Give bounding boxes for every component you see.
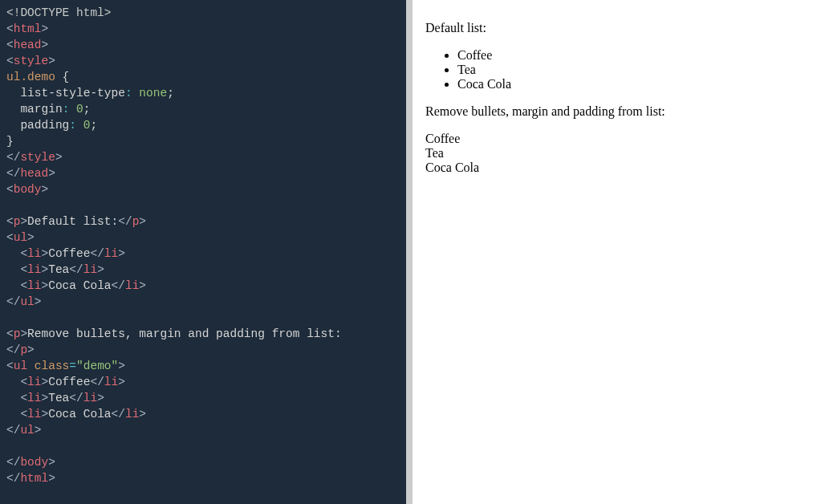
code-text: Default list: xyxy=(27,215,118,228)
preview-heading-default: Default list: xyxy=(425,21,800,35)
list-item: Tea xyxy=(425,146,800,161)
code-css-prop: list-style-type xyxy=(6,87,125,100)
list-item: Coffee xyxy=(457,48,800,63)
code-tag-head: head xyxy=(14,39,42,51)
preview-panel: Default list: Coffee Tea Coca Cola Remov… xyxy=(406,0,813,504)
code-css-value: 0 xyxy=(76,119,90,132)
code-tag-li: li xyxy=(27,247,41,260)
code-doctype: <!DOCTYPE html> xyxy=(6,6,112,19)
preview-list-default: Coffee Tea Coca Cola xyxy=(425,48,800,91)
list-item: Coca Cola xyxy=(425,161,800,175)
code-attr-value: "demo" xyxy=(76,360,118,372)
code-text: Tea xyxy=(48,263,69,276)
code-css-value: 0 xyxy=(69,103,83,116)
code-tag-body: body xyxy=(14,183,42,196)
code-css-prop: padding xyxy=(6,119,69,132)
code-css-value: none xyxy=(132,87,168,100)
list-item: Coffee xyxy=(425,132,800,146)
list-item: Tea xyxy=(457,63,800,77)
code-tag-style: style xyxy=(14,55,49,67)
code-tag-style-close: style xyxy=(20,151,55,164)
code-tag-body-close: body xyxy=(20,456,48,469)
code-css-class: .demo xyxy=(20,71,55,83)
code-text: Coca Cola xyxy=(48,408,111,421)
code-editor-panel[interactable]: <!DOCTYPE html> <html> <head> <style> ul… xyxy=(0,0,406,504)
preview-heading-demo: Remove bullets, margin and padding from … xyxy=(425,104,800,119)
code-css-selector: ul xyxy=(6,71,20,83)
code-text: Coffee xyxy=(48,247,90,260)
code-text: Coffee xyxy=(48,376,90,388)
code-tag-head-close: head xyxy=(20,167,48,180)
code-tag-ul: ul xyxy=(14,231,27,244)
list-item: Coca Cola xyxy=(457,77,800,91)
code-css-prop: margin xyxy=(6,103,63,116)
code-text: Remove bullets, margin and padding from … xyxy=(27,327,342,340)
code-tag-html: html xyxy=(14,22,42,35)
code-text: Coca Cola xyxy=(48,279,111,292)
preview-list-demo: Coffee Tea Coca Cola xyxy=(425,132,800,175)
code-attr-name: class xyxy=(35,360,70,372)
code-text: Tea xyxy=(48,392,69,404)
code-tag-html-close: html xyxy=(20,472,48,485)
